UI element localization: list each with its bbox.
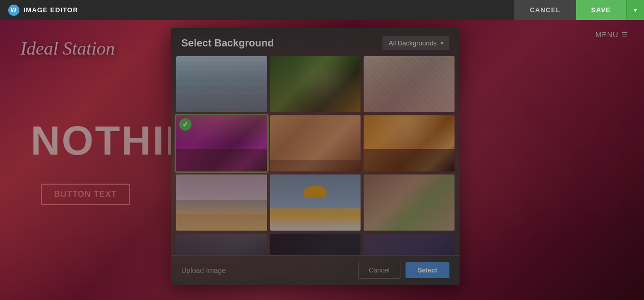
app-title: IMAGE EDITOR xyxy=(23,6,78,14)
cancel-button[interactable]: CANCEL xyxy=(514,0,576,20)
logo-icon: W xyxy=(8,5,19,16)
save-button[interactable]: SAVE xyxy=(576,0,626,20)
topbar: W IMAGE EDITOR CANCEL SAVE ▾ xyxy=(0,0,644,20)
app-logo: W IMAGE EDITOR xyxy=(0,5,86,16)
save-dropdown-arrow[interactable]: ▾ xyxy=(626,0,644,20)
modal-overlay xyxy=(0,20,644,300)
